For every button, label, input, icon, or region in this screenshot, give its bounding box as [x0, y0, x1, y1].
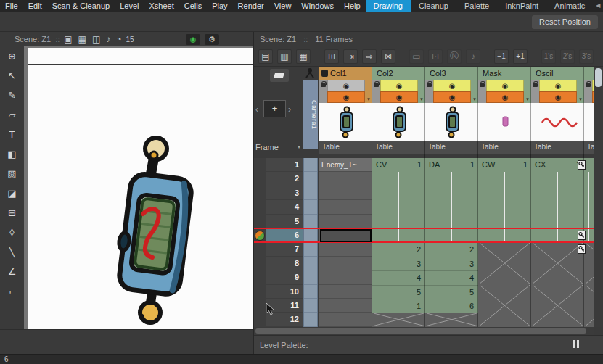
reframe-plus-one[interactable]: +1	[513, 49, 528, 64]
pause-icon[interactable]	[572, 340, 581, 348]
menu-render[interactable]: Render	[233, 0, 269, 12]
room-tab-cleanup[interactable]: Cleanup	[411, 0, 456, 12]
column-header-col2[interactable]: Col2	[372, 67, 425, 80]
note-prev-arrow[interactable]: ‹	[255, 104, 258, 115]
column-header-col3[interactable]: Col3	[425, 67, 478, 80]
menu-edit[interactable]: Edit	[23, 0, 47, 12]
menu-play[interactable]: Play	[207, 0, 232, 12]
frame-number[interactable]: 5	[266, 215, 303, 228]
reset-position-button[interactable]: Reset Position	[532, 15, 598, 29]
xsheet-cell[interactable]: 1	[372, 299, 425, 313]
eraser-tool[interactable]: ◪	[0, 183, 24, 203]
current-cell-outline[interactable]	[320, 229, 372, 242]
table-view-icon[interactable]: ▦	[78, 34, 86, 44]
room-tab-palette[interactable]: Palette	[456, 0, 497, 12]
xsheet-cell[interactable]	[319, 186, 372, 200]
xsheet-cell[interactable]: CW1	[478, 158, 531, 172]
menu-level[interactable]: Level	[115, 0, 144, 12]
column-thumbnail[interactable]	[531, 103, 584, 141]
tape-tool[interactable]: ⊟	[0, 203, 24, 223]
xsheet-cell[interactable]	[319, 257, 372, 270]
column-eye-toggle[interactable]: ◉	[433, 80, 471, 91]
column-eye-toggle[interactable]: ◉	[539, 80, 577, 91]
xsheet-cell[interactable]	[319, 285, 372, 299]
paste-skeleton-icon[interactable]: ▭	[409, 49, 424, 64]
paintbrush-tool[interactable]: ▨	[0, 164, 24, 183]
open-subxsheet-icon[interactable]: ⊞	[324, 49, 339, 64]
geometric-tool[interactable]: ▱	[0, 105, 24, 125]
column-eye-toggle[interactable]: ◉	[327, 80, 365, 91]
frame-number[interactable]: 9	[266, 270, 303, 284]
step-3s[interactable]: 3's	[579, 49, 594, 64]
export-level-icon[interactable]: ⇨	[362, 49, 377, 64]
column-lock-icon[interactable]	[478, 80, 486, 103]
room-tab-inknpaint[interactable]: InknPaint	[497, 0, 546, 12]
xsheet-cell[interactable]: 5	[425, 285, 478, 299]
merge-icon[interactable]: ⊠	[381, 49, 395, 64]
column-lock-icon[interactable]	[531, 80, 539, 103]
xsheet-cell[interactable]	[319, 242, 372, 256]
xsheet-cell[interactable]	[319, 313, 372, 326]
hook-tool[interactable]: ⌐	[0, 281, 24, 301]
column-camstand-toggle[interactable]: ◉	[486, 91, 524, 103]
selection-tool[interactable]: ↖	[0, 66, 24, 86]
menu-cells[interactable]: Cells	[179, 0, 207, 12]
column-header-oscil[interactable]: Oscil	[531, 67, 584, 80]
preview-eye-icon[interactable]: ◉	[186, 34, 200, 45]
rgb-picker-tool[interactable]: ╲	[0, 242, 24, 262]
column-camstand-toggle[interactable]: ◉	[433, 91, 471, 103]
level-settings-icon[interactable]: ▥	[277, 49, 292, 64]
keyframe-icon[interactable]	[578, 160, 586, 170]
frame-number[interactable]: 10	[266, 285, 303, 299]
camera-column-tab[interactable]: Camera1	[303, 80, 318, 149]
style-picker-tool[interactable]: ◊	[0, 223, 24, 242]
scene-cast-icon[interactable]: ▦	[296, 49, 311, 64]
toggle-xsheet-icon[interactable]: ▤	[258, 49, 273, 64]
camera-column-cells[interactable]	[303, 158, 318, 327]
column-lock-icon[interactable]	[425, 80, 433, 103]
menu-scan-cleanup[interactable]: Scan & Cleanup	[47, 0, 115, 12]
xsheet-cell[interactable]: CV1	[372, 158, 425, 172]
column-camstand-toggle[interactable]: ◉	[380, 91, 418, 103]
xsheet-cell[interactable]: 2	[372, 242, 425, 256]
xsheet-cell[interactable]: Enemy_T~	[319, 158, 372, 172]
column-lock-icon[interactable]	[319, 80, 327, 103]
frame-display-dropdown[interactable]: Frame ▾	[255, 141, 302, 154]
type-tool[interactable]: T	[0, 125, 24, 144]
column-thumbnail[interactable]	[372, 103, 425, 141]
column-thumbnail[interactable]	[584, 103, 594, 141]
xsheet-cell[interactable]: 4	[372, 270, 425, 284]
fill-tool[interactable]: ◧	[0, 144, 24, 164]
frame-number[interactable]: 1	[266, 158, 303, 172]
column-thumbnail[interactable]	[319, 103, 372, 141]
xsheet-timeline-toggle[interactable]	[270, 69, 289, 82]
xsheet-cell[interactable]: 3	[425, 257, 478, 270]
frame-number[interactable]: 6	[266, 228, 303, 242]
camera-settings-icon[interactable]: ⚙	[205, 34, 219, 45]
column-lock-icon[interactable]	[372, 80, 380, 103]
frame-number[interactable]: 7	[266, 242, 303, 256]
vertical-scrollbar[interactable]	[594, 67, 603, 327]
keyframe-icon[interactable]	[578, 231, 586, 240]
xsheet-cell[interactable]	[319, 215, 372, 228]
column-camstand-toggle[interactable]: ◉	[327, 91, 365, 103]
ruler-tool[interactable]: ∠	[0, 262, 24, 281]
vertical-scrollbar-thumb[interactable]	[595, 68, 602, 87]
column-eye-toggle[interactable]: ◉	[486, 80, 524, 91]
column-camstand-toggle[interactable]: ◉	[539, 91, 577, 103]
xsheet-cell[interactable]: 2	[425, 242, 478, 256]
step-1s[interactable]: 1's	[541, 49, 556, 64]
brush-tool[interactable]: ✎	[0, 86, 24, 105]
xsheet-cell[interactable]: 5	[372, 285, 425, 299]
menu-help[interactable]: Help	[339, 0, 366, 12]
scene-settings-icon[interactable]: ⊡	[428, 49, 443, 64]
menu-windows[interactable]: Windows	[296, 0, 339, 12]
xsheet-cell[interactable]: DA1	[425, 158, 478, 172]
menu-file[interactable]: File	[0, 0, 23, 12]
column-header-mask[interactable]: Mask	[478, 67, 531, 80]
animate-tool[interactable]: ⊕	[0, 46, 24, 66]
horizontal-scrollbar-thumb[interactable]	[255, 328, 586, 334]
xsheet-cell[interactable]	[319, 270, 372, 284]
step-2s[interactable]: 2's	[560, 49, 575, 64]
add-note-button[interactable]: +	[263, 100, 286, 117]
